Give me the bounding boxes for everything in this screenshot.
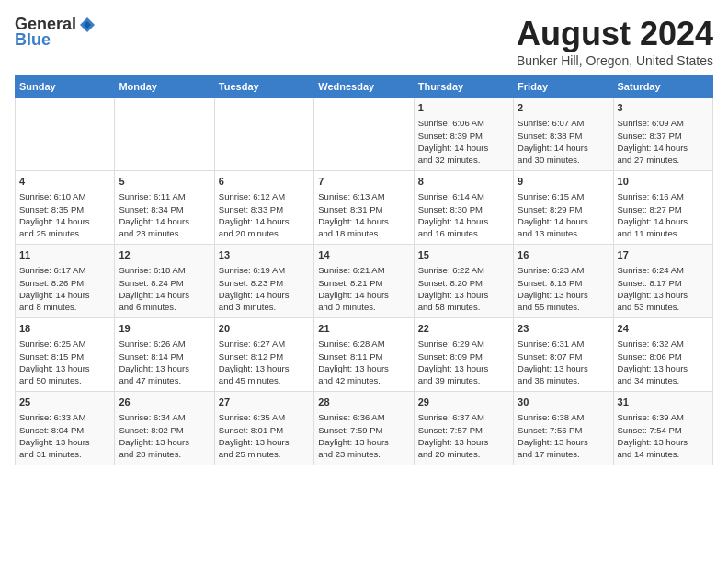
calendar-cell: 16Sunrise: 6:23 AMSunset: 8:18 PMDayligh… bbox=[514, 245, 613, 318]
header-monday: Monday bbox=[115, 76, 214, 98]
day-info: Daylight: 14 hours bbox=[19, 289, 110, 301]
day-info: Sunrise: 6:25 AM bbox=[19, 338, 110, 350]
day-info: Sunset: 8:02 PM bbox=[119, 424, 210, 436]
calendar-cell: 8Sunrise: 6:14 AMSunset: 8:30 PMDaylight… bbox=[414, 171, 513, 245]
day-info: and 17 minutes. bbox=[518, 448, 609, 460]
day-info: and 58 minutes. bbox=[418, 301, 509, 313]
day-info: Sunset: 8:37 PM bbox=[618, 130, 709, 142]
header-wednesday: Wednesday bbox=[314, 76, 414, 98]
day-info: Sunrise: 6:17 AM bbox=[19, 264, 110, 276]
day-number: 7 bbox=[318, 175, 409, 189]
calendar-cell bbox=[314, 98, 414, 171]
day-info: Daylight: 13 hours bbox=[618, 362, 709, 374]
day-info: Daylight: 13 hours bbox=[119, 362, 210, 374]
calendar-cell: 24Sunrise: 6:32 AMSunset: 8:06 PMDayligh… bbox=[613, 318, 712, 392]
day-info: Sunset: 8:14 PM bbox=[119, 350, 210, 362]
day-info: and 16 minutes. bbox=[418, 227, 509, 239]
logo: General Blue bbox=[15, 15, 97, 50]
calendar-cell: 9Sunrise: 6:15 AMSunset: 8:29 PMDaylight… bbox=[514, 171, 613, 245]
calendar-cell: 7Sunrise: 6:13 AMSunset: 8:31 PMDaylight… bbox=[314, 171, 414, 245]
day-info: Daylight: 14 hours bbox=[518, 142, 609, 154]
day-info: Daylight: 13 hours bbox=[418, 362, 509, 374]
day-info: Sunset: 8:09 PM bbox=[418, 350, 509, 362]
day-info: Daylight: 13 hours bbox=[119, 436, 210, 448]
day-info: Sunrise: 6:06 AM bbox=[418, 117, 509, 129]
day-info: and 3 minutes. bbox=[219, 301, 310, 313]
day-info: Sunrise: 6:18 AM bbox=[119, 264, 210, 276]
day-number: 13 bbox=[219, 248, 310, 262]
day-info: Daylight: 14 hours bbox=[219, 215, 310, 227]
header-thursday: Thursday bbox=[414, 76, 513, 98]
calendar-cell: 14Sunrise: 6:21 AMSunset: 8:21 PMDayligh… bbox=[314, 245, 414, 318]
day-info: and 50 minutes. bbox=[19, 374, 110, 386]
page-header: General Blue August 2024 Bunker Hill, Or… bbox=[15, 15, 713, 68]
day-info: and 32 minutes. bbox=[418, 154, 509, 166]
day-info: Sunset: 8:38 PM bbox=[518, 130, 609, 142]
day-info: and 27 minutes. bbox=[618, 154, 709, 166]
day-info: and 45 minutes. bbox=[219, 374, 310, 386]
day-number: 15 bbox=[418, 248, 509, 262]
day-info: Sunset: 8:11 PM bbox=[318, 350, 409, 362]
day-number: 31 bbox=[618, 396, 709, 409]
day-number: 24 bbox=[618, 322, 709, 336]
day-number: 25 bbox=[19, 396, 110, 409]
day-info: Sunrise: 6:28 AM bbox=[318, 338, 409, 350]
day-info: Sunrise: 6:23 AM bbox=[518, 264, 609, 276]
day-info: Sunset: 8:12 PM bbox=[219, 350, 310, 362]
day-info: Sunset: 8:24 PM bbox=[119, 277, 210, 289]
day-info: Sunset: 8:01 PM bbox=[219, 424, 310, 436]
day-info: Sunrise: 6:19 AM bbox=[219, 264, 310, 276]
day-info: Daylight: 14 hours bbox=[418, 215, 509, 227]
day-info: Daylight: 14 hours bbox=[19, 215, 110, 227]
day-number: 27 bbox=[219, 396, 310, 409]
day-info: Daylight: 13 hours bbox=[219, 436, 310, 448]
day-info: and 11 minutes. bbox=[618, 227, 709, 239]
header-sunday: Sunday bbox=[16, 76, 115, 98]
calendar-cell: 3Sunrise: 6:09 AMSunset: 8:37 PMDaylight… bbox=[613, 98, 712, 171]
calendar-header-row: SundayMondayTuesdayWednesdayThursdayFrid… bbox=[16, 76, 713, 98]
main-title: August 2024 bbox=[517, 15, 713, 53]
week-row-3: 11Sunrise: 6:17 AMSunset: 8:26 PMDayligh… bbox=[16, 245, 713, 318]
calendar-cell: 21Sunrise: 6:28 AMSunset: 8:11 PMDayligh… bbox=[314, 318, 414, 392]
day-info: Daylight: 13 hours bbox=[518, 289, 609, 301]
day-info: Sunrise: 6:31 AM bbox=[518, 338, 609, 350]
day-info: and 23 minutes. bbox=[318, 448, 409, 460]
calendar-cell: 28Sunrise: 6:36 AMSunset: 7:59 PMDayligh… bbox=[314, 392, 414, 465]
header-tuesday: Tuesday bbox=[214, 76, 313, 98]
day-number: 14 bbox=[318, 248, 409, 262]
day-info: Sunrise: 6:24 AM bbox=[618, 264, 709, 276]
day-info: Sunset: 8:35 PM bbox=[19, 203, 110, 215]
day-info: Sunrise: 6:16 AM bbox=[618, 190, 709, 202]
calendar-cell: 1Sunrise: 6:06 AMSunset: 8:39 PMDaylight… bbox=[414, 98, 513, 171]
calendar-cell: 10Sunrise: 6:16 AMSunset: 8:27 PMDayligh… bbox=[613, 171, 712, 245]
day-info: Daylight: 14 hours bbox=[618, 215, 709, 227]
day-info: Sunset: 8:07 PM bbox=[518, 350, 609, 362]
day-info: Sunrise: 6:14 AM bbox=[418, 190, 509, 202]
calendar-cell: 17Sunrise: 6:24 AMSunset: 8:17 PMDayligh… bbox=[613, 245, 712, 318]
day-info: Daylight: 13 hours bbox=[618, 289, 709, 301]
day-number: 9 bbox=[518, 175, 609, 189]
day-info: and 31 minutes. bbox=[19, 448, 110, 460]
day-info: Sunset: 8:26 PM bbox=[19, 277, 110, 289]
logo-blue-text: Blue bbox=[15, 30, 51, 50]
day-info: Sunrise: 6:07 AM bbox=[518, 117, 609, 129]
day-info: Sunrise: 6:15 AM bbox=[518, 190, 609, 202]
calendar-cell bbox=[115, 98, 214, 171]
day-info: Daylight: 14 hours bbox=[119, 289, 210, 301]
day-number: 23 bbox=[518, 322, 609, 336]
day-info: and 13 minutes. bbox=[518, 227, 609, 239]
day-info: and 14 minutes. bbox=[618, 448, 709, 460]
day-info: Daylight: 13 hours bbox=[318, 362, 409, 374]
calendar-cell: 19Sunrise: 6:26 AMSunset: 8:14 PMDayligh… bbox=[115, 318, 214, 392]
day-info: Sunrise: 6:10 AM bbox=[19, 190, 110, 202]
day-info: Sunrise: 6:12 AM bbox=[219, 190, 310, 202]
calendar-cell: 26Sunrise: 6:34 AMSunset: 8:02 PMDayligh… bbox=[115, 392, 214, 465]
day-number: 4 bbox=[19, 175, 110, 189]
day-number: 20 bbox=[219, 322, 310, 336]
day-info: Sunrise: 6:38 AM bbox=[518, 411, 609, 423]
day-info: Sunrise: 6:22 AM bbox=[418, 264, 509, 276]
header-friday: Friday bbox=[514, 76, 613, 98]
day-info: Sunset: 8:34 PM bbox=[119, 203, 210, 215]
week-row-5: 25Sunrise: 6:33 AMSunset: 8:04 PMDayligh… bbox=[16, 392, 713, 465]
day-info: and 18 minutes. bbox=[318, 227, 409, 239]
